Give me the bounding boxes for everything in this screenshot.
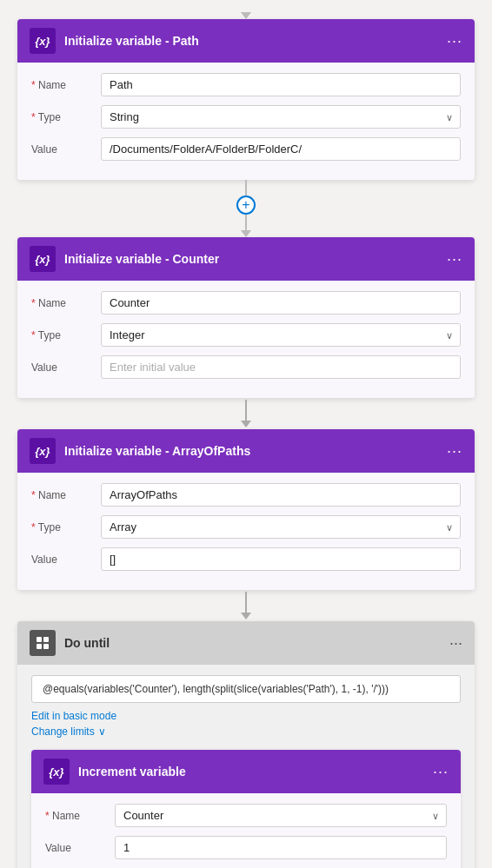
card-menu-init-counter[interactable]: ···: [447, 250, 462, 268]
do-until-icon: [30, 630, 56, 656]
do-until-header[interactable]: Do until ···: [17, 621, 475, 665]
field-input-name-0[interactable]: [101, 73, 461, 96]
inner-field-row-name-inc: Name Counter ∨: [45, 804, 447, 827]
arrow-2: [241, 421, 251, 427]
field-row-value-0: Value: [31, 137, 461, 161]
card-header-init-array[interactable]: {x} Initialize variable - ArrayOfPaths ·…: [17, 429, 475, 473]
field-input-value-0[interactable]: [101, 137, 461, 161]
field-label-value-1: Value: [31, 355, 92, 374]
field-input-name-1[interactable]: [101, 291, 461, 315]
svg-rect-0: [37, 637, 42, 642]
field-row-type-0: Type StringIntegerBooleanArray ∨: [31, 105, 461, 129]
svg-rect-3: [43, 644, 49, 649]
field-label-name-1: Name: [31, 291, 92, 309]
field-select-type-0[interactable]: StringIntegerBooleanArray: [101, 105, 461, 129]
connector-2: [241, 398, 251, 429]
field-row-type-1: Type StringIntegerBooleanArray ∨: [31, 323, 461, 347]
change-limits-chevron: ∨: [98, 726, 106, 738]
inner-card-increment: {x} Increment variable ··· Name Counter …: [31, 750, 461, 868]
card-header-init-counter[interactable]: {x} Initialize variable - Counter ···: [17, 237, 475, 281]
field-label-value-0: Value: [31, 137, 92, 156]
card-icon-init-path: {x}: [30, 28, 56, 54]
do-until-menu[interactable]: ···: [449, 634, 462, 653]
card-icon-text-init-counter: {x}: [35, 253, 50, 266]
do-until-card: Do until ··· @equals(variables('Counter'…: [17, 621, 475, 868]
field-select-wrapper-type-1: StringIntegerBooleanArray ∨: [101, 323, 461, 347]
card-title-init-array: Initialize variable - ArrayOfPaths: [64, 444, 438, 458]
top-connector: [241, 9, 251, 19]
card-menu-init-array[interactable]: ···: [447, 442, 462, 461]
connector-line-1b: [245, 215, 247, 230]
card-menu-init-path[interactable]: ···: [447, 32, 462, 50]
field-row-value-1: Value: [31, 355, 461, 379]
connector-3: [241, 590, 251, 621]
field-label-type-0: Type: [31, 105, 92, 123]
inner-field-row-value-inc: Value: [45, 836, 447, 859]
change-limits-label: Change limits: [31, 726, 95, 738]
card-title-init-path: Initialize variable - Path: [64, 34, 438, 48]
plus-button-1[interactable]: +: [236, 195, 256, 215]
top-arrow-icon: [241, 12, 251, 19]
inner-card-title-increment: Increment variable: [78, 765, 424, 779]
do-until-body: @equals(variables('Counter'), length(spl…: [17, 665, 475, 868]
line-3: [245, 592, 247, 613]
field-input-name-2[interactable]: [101, 483, 461, 507]
field-select-wrapper-type-0: StringIntegerBooleanArray ∨: [101, 105, 461, 129]
inner-card-body-increment: Name Counter ∨ Value: [31, 793, 461, 868]
inner-field-select-name-inc[interactable]: Counter: [115, 804, 447, 827]
arrow-3: [241, 613, 251, 620]
edit-in-basic-mode-link[interactable]: Edit in basic mode: [31, 710, 461, 722]
inner-card-header-increment[interactable]: {x} Increment variable ···: [31, 750, 461, 793]
field-label-name-0: Name: [31, 73, 92, 91]
svg-rect-2: [37, 644, 42, 649]
connector-arrow-1: [241, 230, 251, 237]
card-body-init-counter: Name Type StringIntegerBooleanArray ∨ Va…: [17, 281, 475, 398]
change-limits-button[interactable]: Change limits ∨: [31, 726, 461, 738]
inner-card-icon-increment: {x}: [43, 759, 70, 785]
card-title-init-counter: Initialize variable - Counter: [64, 252, 438, 266]
inner-field-input-value-inc[interactable]: [115, 836, 447, 859]
inner-field-label-value-inc: Value: [45, 836, 106, 854]
card-icon-init-counter: {x}: [30, 246, 56, 272]
canvas: {x} Initialize variable - Path ··· Name …: [0, 0, 492, 868]
inner-card-menu-increment[interactable]: ···: [433, 763, 449, 781]
field-select-wrapper-type-2: StringIntegerBooleanArray ∨: [101, 515, 461, 539]
field-row-name-1: Name: [31, 291, 461, 315]
card-header-init-path[interactable]: {x} Initialize variable - Path ···: [17, 19, 475, 63]
field-label-type-2: Type: [31, 515, 92, 533]
field-input-value-2[interactable]: [101, 547, 461, 571]
connector-line-1: [245, 180, 247, 195]
card-init-path: {x} Initialize variable - Path ··· Name …: [17, 19, 475, 180]
field-label-value-2: Value: [31, 547, 92, 566]
field-row-name-0: Name: [31, 73, 461, 96]
inner-field-select-wrapper-inc: Counter ∨: [115, 804, 447, 827]
condition-box: @equals(variables('Counter'), length(spl…: [31, 675, 461, 703]
connector-1: +: [236, 180, 256, 237]
field-row-value-2: Value: [31, 547, 461, 571]
inner-card-icon-text-increment: {x}: [49, 765, 63, 779]
condition-text: @equals(variables('Counter'), length(spl…: [43, 683, 389, 695]
field-label-name-2: Name: [31, 483, 92, 501]
card-body-init-path: Name Type StringIntegerBooleanArray ∨ Va…: [17, 63, 475, 180]
field-select-type-2[interactable]: StringIntegerBooleanArray: [101, 515, 461, 539]
loop-icon: [35, 635, 50, 651]
field-row-type-2: Type StringIntegerBooleanArray ∨: [31, 515, 461, 539]
card-icon-init-array: {x}: [30, 438, 56, 464]
svg-rect-1: [43, 637, 49, 642]
do-until-title: Do until: [64, 636, 441, 650]
card-init-counter: {x} Initialize variable - Counter ··· Na…: [17, 237, 475, 398]
field-select-type-1[interactable]: StringIntegerBooleanArray: [101, 323, 461, 347]
inner-field-label-name-inc: Name: [45, 804, 106, 822]
field-label-type-1: Type: [31, 323, 92, 341]
card-icon-text-init-path: {x}: [35, 35, 50, 48]
line-2: [245, 400, 247, 421]
field-input-value-1[interactable]: [101, 355, 461, 379]
field-row-name-2: Name: [31, 483, 461, 507]
card-icon-text-init-array: {x}: [35, 445, 50, 458]
card-init-array: {x} Initialize variable - ArrayOfPaths ·…: [17, 429, 475, 590]
card-body-init-array: Name Type StringIntegerBooleanArray ∨ Va…: [17, 473, 475, 590]
